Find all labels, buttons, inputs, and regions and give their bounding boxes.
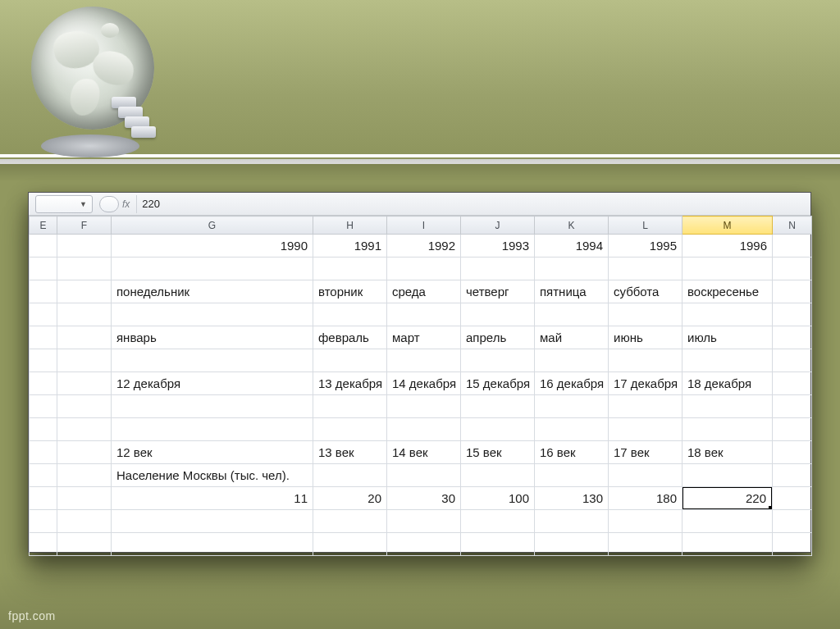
cell[interactable] xyxy=(57,487,112,510)
table-row[interactable] xyxy=(30,418,812,441)
cell[interactable]: суббота xyxy=(609,280,682,303)
cell[interactable]: 14 декабря xyxy=(387,372,461,395)
cell[interactable] xyxy=(112,349,313,372)
cell[interactable] xyxy=(313,533,387,556)
cell[interactable]: 20 xyxy=(313,487,387,510)
cell[interactable] xyxy=(30,487,57,510)
cell[interactable] xyxy=(387,464,461,487)
cell[interactable] xyxy=(313,418,387,441)
cell[interactable] xyxy=(773,349,812,372)
cell[interactable] xyxy=(773,280,812,303)
cell[interactable] xyxy=(682,395,773,418)
cell[interactable] xyxy=(773,395,812,418)
cell[interactable]: понедельник xyxy=(112,280,313,303)
cell[interactable] xyxy=(30,303,57,326)
cell[interactable] xyxy=(609,303,682,326)
cell[interactable] xyxy=(30,372,57,395)
fill-handle[interactable] xyxy=(769,506,773,510)
cell[interactable] xyxy=(535,418,609,441)
table-row[interactable]: 112030100130180220 xyxy=(30,487,812,510)
column-header-E[interactable]: E xyxy=(30,217,57,235)
cell[interactable] xyxy=(773,372,812,395)
cell[interactable] xyxy=(30,441,57,464)
table-row[interactable] xyxy=(30,349,812,372)
cell[interactable]: 1994 xyxy=(535,235,609,258)
cell[interactable] xyxy=(112,418,313,441)
cell[interactable]: январь xyxy=(112,326,313,349)
cell[interactable] xyxy=(461,395,535,418)
table-row[interactable] xyxy=(30,533,812,556)
cell[interactable] xyxy=(112,533,313,556)
cell[interactable] xyxy=(387,418,461,441)
cell[interactable]: среда xyxy=(387,280,461,303)
cell[interactable] xyxy=(773,464,812,487)
cell[interactable] xyxy=(57,533,112,556)
cell[interactable] xyxy=(112,258,313,280)
cell[interactable] xyxy=(57,280,112,303)
cell[interactable]: 17 век xyxy=(609,441,682,464)
table-row[interactable]: 12 век13 век14 век15 век16 век17 век18 в… xyxy=(30,441,812,464)
cell[interactable]: четверг xyxy=(461,280,535,303)
table-row[interactable] xyxy=(30,258,812,280)
cell[interactable]: март xyxy=(387,326,461,349)
cell[interactable] xyxy=(387,303,461,326)
table-row[interactable] xyxy=(30,510,812,533)
cell[interactable] xyxy=(57,349,112,372)
cell[interactable] xyxy=(57,258,112,280)
cell[interactable] xyxy=(682,533,773,556)
cell[interactable]: пятница xyxy=(535,280,609,303)
cell[interactable]: 18 век xyxy=(682,441,773,464)
cell[interactable] xyxy=(313,510,387,533)
column-header-L[interactable]: L xyxy=(609,217,682,235)
cell[interactable] xyxy=(387,258,461,280)
cell[interactable]: 17 декабря xyxy=(609,372,682,395)
cell[interactable] xyxy=(535,510,609,533)
cell[interactable] xyxy=(773,258,812,280)
cell[interactable] xyxy=(773,303,812,326)
cell[interactable]: 14 век xyxy=(387,441,461,464)
cell[interactable] xyxy=(30,464,57,487)
cell[interactable]: 1992 xyxy=(387,235,461,258)
cell[interactable] xyxy=(387,533,461,556)
formula-value[interactable]: 220 xyxy=(136,195,810,213)
cell[interactable]: июнь xyxy=(609,326,682,349)
cell[interactable] xyxy=(30,235,57,258)
cell[interactable] xyxy=(57,441,112,464)
cell[interactable]: 220 xyxy=(682,487,773,510)
cell[interactable] xyxy=(609,533,682,556)
cell[interactable] xyxy=(609,258,682,280)
cell[interactable] xyxy=(461,349,535,372)
cell[interactable] xyxy=(461,510,535,533)
cell[interactable]: вторник xyxy=(313,280,387,303)
cell[interactable]: 13 декабря xyxy=(313,372,387,395)
cell[interactable] xyxy=(57,464,112,487)
cell[interactable]: 30 xyxy=(387,487,461,510)
cell[interactable]: май xyxy=(535,326,609,349)
cell[interactable] xyxy=(773,533,812,556)
cell[interactable] xyxy=(535,533,609,556)
cell[interactable]: 1990 xyxy=(112,235,313,258)
cell[interactable] xyxy=(313,349,387,372)
column-header-M[interactable]: M xyxy=(682,217,773,235)
cell[interactable] xyxy=(57,395,112,418)
cell[interactable] xyxy=(773,418,812,441)
name-box[interactable]: ▼ xyxy=(35,195,93,213)
cell[interactable] xyxy=(313,303,387,326)
column-header-I[interactable]: I xyxy=(387,217,461,235)
cell[interactable]: 1993 xyxy=(461,235,535,258)
cell[interactable]: 15 декабря xyxy=(461,372,535,395)
cell[interactable] xyxy=(112,395,313,418)
cell[interactable] xyxy=(535,349,609,372)
cell[interactable] xyxy=(682,418,773,441)
column-header-G[interactable]: G xyxy=(112,217,313,235)
table-row[interactable]: понедельниквторниксредачетвергпятницасуб… xyxy=(30,280,812,303)
cell[interactable] xyxy=(112,510,313,533)
cell[interactable] xyxy=(387,349,461,372)
cell[interactable] xyxy=(30,395,57,418)
cell[interactable] xyxy=(387,395,461,418)
cell[interactable] xyxy=(535,258,609,280)
cell[interactable] xyxy=(57,372,112,395)
cell[interactable] xyxy=(30,258,57,280)
cell[interactable] xyxy=(112,303,313,326)
table-row[interactable] xyxy=(30,395,812,418)
